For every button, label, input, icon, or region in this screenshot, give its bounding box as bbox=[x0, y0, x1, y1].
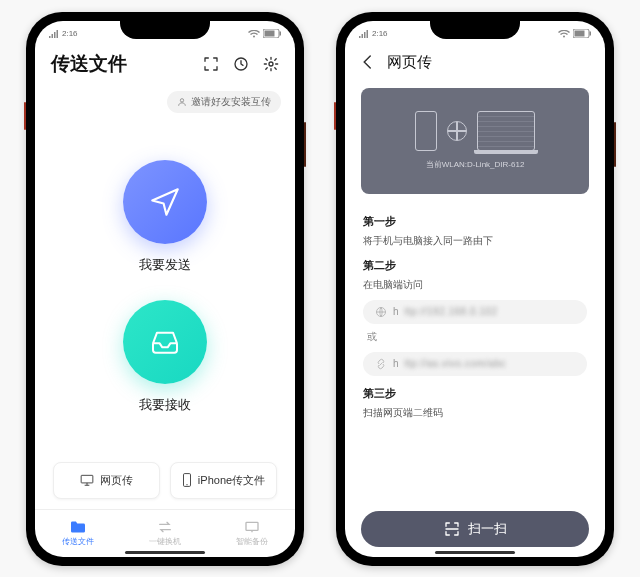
phone-frame-left: 2:16 传送文件 邀请好友安装互传 我要发送 bbox=[26, 12, 304, 566]
screen-transfer-files: 2:16 传送文件 邀请好友安装互传 我要发送 bbox=[35, 21, 295, 557]
status-time: 2:16 bbox=[372, 29, 388, 38]
wifi-name-label: 当前WLAN:D-Link_DIR-612 bbox=[426, 159, 525, 170]
step1-title: 第一步 bbox=[363, 214, 587, 229]
tab-transfer[interactable]: 传送文件 bbox=[35, 510, 122, 557]
svg-point-5 bbox=[180, 98, 183, 101]
svg-point-4 bbox=[269, 62, 273, 66]
send-label: 我要发送 bbox=[139, 256, 191, 274]
receive-label: 我要接收 bbox=[139, 396, 191, 414]
addr2-prefix: h bbox=[393, 358, 399, 369]
svg-rect-11 bbox=[575, 31, 585, 37]
svg-point-8 bbox=[186, 484, 187, 485]
device-phone-icon bbox=[415, 111, 437, 151]
steps: 第一步 将手机与电脑接入同一路由下 第二步 在电脑端访问 http://192.… bbox=[345, 204, 605, 420]
scan-icon[interactable] bbox=[203, 56, 219, 72]
iphone-card-label: iPhone传文件 bbox=[198, 473, 265, 488]
home-indicator bbox=[435, 551, 515, 554]
app-title: 传送文件 bbox=[51, 51, 127, 77]
tab-switch-phone[interactable]: 一键换机 bbox=[122, 510, 209, 557]
phone-icon bbox=[182, 473, 192, 487]
user-icon bbox=[177, 97, 187, 107]
history-icon[interactable] bbox=[233, 56, 249, 72]
addr1-value: ttp://192.168.0.102 bbox=[405, 306, 498, 317]
svg-rect-1 bbox=[265, 31, 275, 37]
address-row-2[interactable]: http://as.vivo.com/abc bbox=[363, 352, 587, 376]
scan-icon bbox=[444, 521, 460, 537]
signal-icon bbox=[49, 30, 59, 38]
invite-friends-button[interactable]: 邀请好友安装互传 bbox=[167, 91, 281, 113]
receive-action[interactable]: 我要接收 bbox=[123, 300, 207, 414]
settings-icon[interactable] bbox=[263, 56, 279, 72]
step3-desc: 扫描网页端二维码 bbox=[363, 406, 587, 420]
backup-icon bbox=[244, 520, 260, 534]
globe-small-icon bbox=[375, 306, 387, 318]
inbox-icon bbox=[149, 326, 181, 358]
scan-label: 扫一扫 bbox=[468, 520, 507, 538]
send-circle bbox=[123, 160, 207, 244]
send-action[interactable]: 我要发送 bbox=[123, 160, 207, 274]
svg-rect-9 bbox=[246, 522, 258, 530]
address-row-1[interactable]: http://192.168.0.102 bbox=[363, 300, 587, 324]
header: 网页传 bbox=[345, 43, 605, 82]
header: 传送文件 bbox=[35, 43, 295, 85]
svg-rect-12 bbox=[590, 32, 592, 36]
step3-title: 第三步 bbox=[363, 386, 587, 401]
status-time: 2:16 bbox=[62, 29, 78, 38]
paper-plane-icon bbox=[148, 185, 182, 219]
svg-rect-6 bbox=[81, 475, 93, 483]
page-title: 网页传 bbox=[387, 53, 432, 72]
scan-button[interactable]: 扫一扫 bbox=[361, 511, 589, 547]
back-icon[interactable] bbox=[359, 53, 377, 71]
iphone-transfer-card[interactable]: iPhone传文件 bbox=[170, 462, 277, 499]
battery-icon bbox=[573, 29, 591, 38]
step1-desc: 将手机与电脑接入同一路由下 bbox=[363, 234, 587, 248]
addr2-value: ttp://as.vivo.com/abc bbox=[405, 358, 507, 369]
wifi-icon bbox=[558, 30, 570, 38]
receive-circle bbox=[123, 300, 207, 384]
illustration-banner: 当前WLAN:D-Link_DIR-612 bbox=[361, 88, 589, 194]
bottom-options: 网页传 iPhone传文件 bbox=[35, 462, 295, 509]
signal-icon bbox=[359, 30, 369, 38]
swap-icon bbox=[157, 520, 173, 534]
web-transfer-card[interactable]: 网页传 bbox=[53, 462, 160, 499]
wifi-icon bbox=[248, 30, 260, 38]
addr1-prefix: h bbox=[393, 306, 399, 317]
screen-web-transfer: 2:16 网页传 当前WLAN:D-Link_DIR-612 第一步 将手机与电… bbox=[345, 21, 605, 557]
tab2-label: 一键换机 bbox=[149, 536, 181, 547]
battery-icon bbox=[263, 29, 281, 38]
bottom-tabbar: 传送文件 一键换机 智能备份 bbox=[35, 509, 295, 557]
svg-rect-2 bbox=[280, 32, 282, 36]
invite-label: 邀请好友安装互传 bbox=[191, 95, 271, 109]
folder-icon bbox=[69, 520, 87, 534]
notch bbox=[120, 21, 210, 39]
step2-desc: 在电脑端访问 bbox=[363, 278, 587, 292]
tab-backup[interactable]: 智能备份 bbox=[208, 510, 295, 557]
or-label: 或 bbox=[367, 330, 587, 344]
main-actions: 我要发送 我要接收 bbox=[35, 117, 295, 462]
link-small-icon bbox=[375, 358, 387, 370]
web-card-label: 网页传 bbox=[100, 473, 133, 488]
tab1-label: 传送文件 bbox=[62, 536, 94, 547]
home-indicator bbox=[125, 551, 205, 554]
tab3-label: 智能备份 bbox=[236, 536, 268, 547]
device-laptop-icon bbox=[477, 111, 535, 151]
monitor-icon bbox=[80, 474, 94, 486]
phone-frame-right: 2:16 网页传 当前WLAN:D-Link_DIR-612 第一步 将手机与电… bbox=[336, 12, 614, 566]
globe-icon bbox=[447, 121, 467, 141]
notch bbox=[430, 21, 520, 39]
step2-title: 第二步 bbox=[363, 258, 587, 273]
